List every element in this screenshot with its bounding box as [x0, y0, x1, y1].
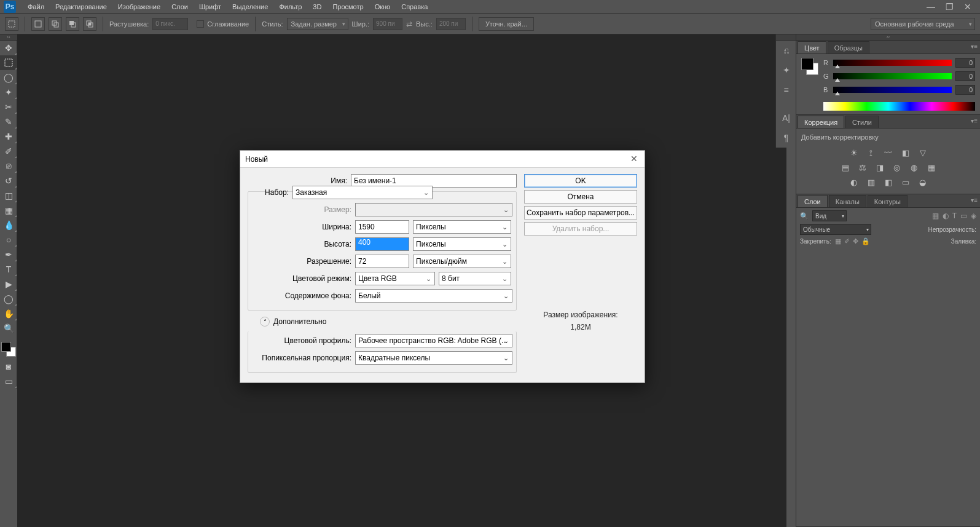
profile-label: Цветовой профиль:: [252, 336, 355, 345]
imagesize-value: 1,82M: [524, 323, 637, 331]
width-input-d[interactable]: [355, 220, 409, 234]
pixelaspect-select[interactable]: Квадратные пикселы: [355, 351, 512, 365]
height-input-d[interactable]: 400: [355, 237, 409, 251]
height-label-d: Высота:: [252, 240, 355, 248]
advanced-label: Дополнительно: [273, 317, 326, 326]
dialog-overlay: Новый ✕ Имя: Набор: Заказная Размер:: [0, 0, 980, 527]
imagesize-label: Размер изображения:: [524, 311, 637, 319]
width-unit-select[interactable]: Пикселы: [413, 220, 511, 234]
dialog-close-icon[interactable]: ✕: [629, 154, 640, 165]
new-document-dialog: Новый ✕ Имя: Набор: Заказная Размер:: [240, 150, 645, 383]
resolution-input[interactable]: [355, 255, 409, 268]
cancel-button[interactable]: Отмена: [524, 190, 637, 204]
preset-select[interactable]: Заказная: [292, 186, 433, 199]
pixelaspect-label: Попиксельная пропорция:: [252, 354, 355, 362]
dialog-title: Новый: [245, 155, 268, 164]
bgcontents-select[interactable]: Белый: [355, 289, 512, 303]
name-label: Имя:: [248, 176, 351, 185]
size-label: Размер:: [252, 205, 355, 214]
bgcontents-label: Содержимое фона:: [252, 291, 355, 300]
preset-label: Набор:: [252, 188, 292, 197]
bitdepth-select[interactable]: 8 бит: [439, 272, 511, 285]
resolution-unit-select[interactable]: Пикселы/дюйм: [413, 255, 511, 268]
resolution-label: Разрешение:: [252, 257, 355, 266]
profile-select[interactable]: Рабочее пространство RGB: Adobe RGB (...: [355, 334, 512, 347]
size-select: [355, 203, 512, 216]
advanced-toggle[interactable]: ˄ Дополнительно: [260, 317, 517, 327]
colormode-label: Цветовой режим:: [252, 274, 355, 283]
save-preset-button[interactable]: Сохранить набор параметров...: [524, 206, 637, 220]
colormode-select[interactable]: Цвета RGB: [355, 272, 435, 285]
height-unit-select[interactable]: Пикселы: [413, 237, 511, 251]
width-label-d: Ширина:: [252, 223, 355, 231]
chevron-up-icon: ˄: [260, 317, 270, 327]
dialog-titlebar[interactable]: Новый ✕: [240, 151, 645, 168]
delete-preset-button: Удалить набор...: [524, 222, 637, 236]
ok-button[interactable]: OK: [524, 174, 637, 188]
